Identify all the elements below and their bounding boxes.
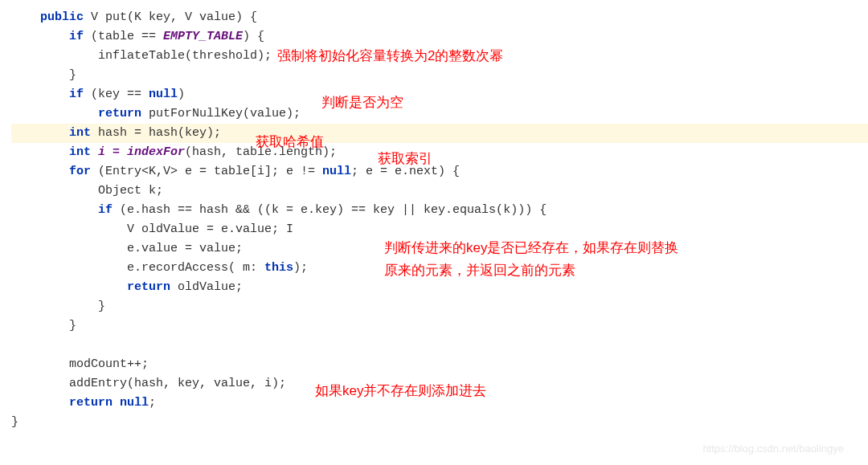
code-line: } [11, 316, 868, 336]
code-line: modCount++; [11, 355, 868, 374]
code-line: int i = indexFor(hash, table.length); [11, 143, 868, 162]
code-line: public V put(K key, V value) { [11, 8, 868, 27]
annotation-key-exists-1: 判断传进来的key是否已经存在，如果存在则替换 [384, 239, 678, 258]
code-line: if (key == null) [11, 85, 868, 104]
code-block: public V put(K key, V value) { if (table… [11, 8, 868, 432]
annotation-index: 获取索引 [378, 149, 432, 169]
code-line: Object k; [11, 182, 868, 201]
annotation-add-entry: 如果key并不存在则添加进去 [315, 381, 486, 401]
annotation-inflate: 强制将初始化容量转换为2的整数次幂 [277, 47, 503, 66]
code-line: V oldValue = e.value; I [11, 220, 868, 239]
code-line: for (Entry<K,V> e = table[i]; e != null;… [11, 162, 868, 182]
annotation-hash: 获取哈希值 [256, 133, 324, 152]
annotation-null-check: 判断是否为空 [321, 93, 403, 112]
code-line: return oldValue; [11, 278, 868, 297]
watermark: https://blog.csdn.net/baolingye [702, 439, 844, 459]
code-line [11, 336, 868, 355]
code-line: return putForNullKey(value); [11, 104, 868, 124]
annotation-key-exists-2: 原来的元素，并返回之前的元素 [384, 261, 575, 280]
code-line: if (e.hash == hash && ((k = e.key) == ke… [11, 201, 868, 220]
code-line: } [11, 413, 868, 432]
code-line: } [11, 66, 868, 85]
code-line: if (table == EMPTY_TABLE) { [11, 27, 868, 47]
code-line: int hash = hash(key); [11, 124, 868, 143]
code-line: } [11, 297, 868, 316]
